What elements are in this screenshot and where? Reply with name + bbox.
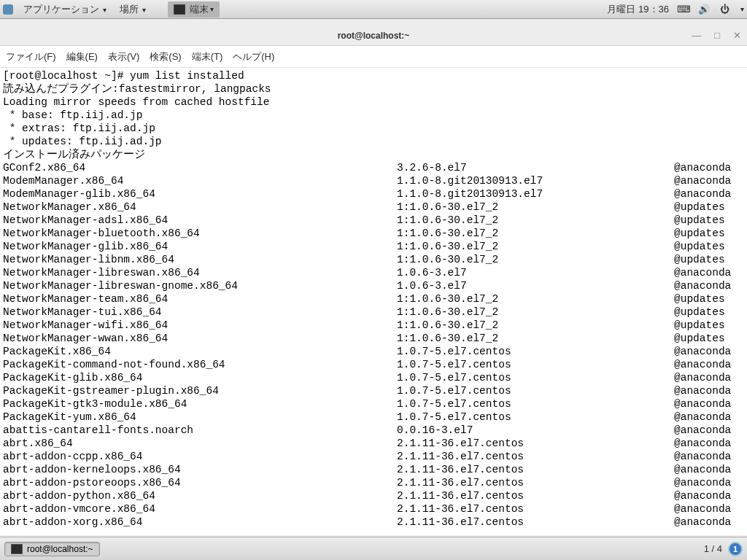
package-row: NetworkManager-tui.x86_641:1.0.6-30.el7_…	[3, 306, 744, 319]
package-row: NetworkManager-libnm.x86_641:1.0.6-30.el…	[3, 253, 744, 266]
package-version: 1.0.7-5.el7.centos	[397, 384, 674, 397]
applications-menu[interactable]: アプリケーション ▾	[18, 1, 112, 18]
package-name: PackageKit-gtk3-module.x86_64	[3, 397, 397, 411]
package-version: 1.0.6-3.el7	[397, 279, 674, 292]
package-repo: @anaconda	[674, 450, 744, 463]
package-row: abrt-addon-python.x86_642.1.11-36.el7.ce…	[3, 489, 744, 502]
package-version: 1.0.7-5.el7.centos	[397, 345, 674, 358]
package-version: 2.1.11-36.el7.centos	[397, 502, 674, 516]
clock[interactable]: 月曜日 19：36	[607, 3, 669, 16]
package-name: abrt-addon-xorg.x86_64	[3, 516, 397, 529]
menu-edit[interactable]: 編集(E)	[66, 50, 98, 63]
package-version: 1.0.7-5.el7.centos	[397, 358, 674, 371]
package-repo: @anaconda	[674, 397, 744, 411]
package-repo: @anaconda	[674, 384, 744, 397]
taskbar-item-terminal[interactable]: root@localhost:~	[4, 542, 100, 556]
power-icon[interactable]: ⏻	[719, 4, 730, 15]
chevron-down-icon: ▾	[101, 6, 107, 14]
package-name: abrt.x86_64	[3, 437, 397, 450]
package-row: NetworkManager-adsl.x86_641:1.0.6-30.el7…	[3, 214, 744, 227]
menu-help[interactable]: ヘルプ(H)	[233, 50, 274, 63]
menubar: ファイル(F) 編集(E) 表示(V) 検索(S) 端末(T) ヘルプ(H)	[0, 46, 747, 68]
package-repo: @anaconda	[674, 437, 744, 450]
package-row: ModemManager-glib.x86_641.1.0-8.git20130…	[3, 187, 744, 201]
package-row: PackageKit-command-not-found.x86_641.0.7…	[3, 358, 744, 371]
terminal-line: Loading mirror speeds from cached hostfi…	[3, 96, 744, 109]
menu-search[interactable]: 検索(S)	[150, 50, 181, 63]
package-repo: @anaconda	[674, 463, 744, 476]
package-row: ModemManager.x86_641.1.0-8.git20130913.e…	[3, 174, 744, 187]
terminal-line: [root@localhost ~]# yum list installed	[3, 69, 744, 82]
package-name: abrt-addon-ccpp.x86_64	[3, 450, 397, 463]
package-row: NetworkManager-libreswan-gnome.x86_641.0…	[3, 279, 744, 292]
package-version: 1:1.0.6-30.el7_2	[397, 332, 674, 345]
package-version: 2.1.11-36.el7.centos	[397, 516, 674, 529]
top-panel: アプリケーション ▾ 場所 ▾ 端末 ▾ 月曜日 19：36 ⌨ 🔊 ⏻ ▾	[0, 0, 747, 19]
package-repo: @anaconda	[674, 358, 744, 371]
package-row: abrt-addon-ccpp.x86_642.1.11-36.el7.cent…	[3, 450, 744, 463]
package-row: PackageKit.x86_641.0.7-5.el7.centos@anac…	[3, 345, 744, 358]
package-repo: @anaconda	[674, 279, 744, 292]
package-version: 1:1.0.6-30.el7_2	[397, 253, 674, 266]
package-repo: @anaconda	[674, 502, 744, 516]
terminal-line: * base: ftp.iij.ad.jp	[3, 109, 744, 122]
package-repo: @anaconda	[674, 174, 744, 187]
package-repo: @anaconda	[674, 371, 744, 384]
menu-view[interactable]: 表示(V)	[108, 50, 139, 63]
package-repo: @anaconda	[674, 161, 744, 174]
package-version: 1:1.0.6-30.el7_2	[397, 306, 674, 319]
menu-file[interactable]: ファイル(F)	[6, 50, 56, 63]
package-row: abrt-addon-kerneloops.x86_642.1.11-36.el…	[3, 463, 744, 476]
package-name: abattis-cantarell-fonts.noarch	[3, 424, 397, 437]
package-name: NetworkManager-libreswan-gnome.x86_64	[3, 279, 397, 292]
package-row: GConf2.x86_643.2.6-8.el7@anaconda	[3, 161, 744, 174]
active-window-label: 端末	[190, 3, 209, 16]
terminal-line: インストール済みパッケージ	[3, 148, 744, 161]
terminal-output[interactable]: [root@localhost ~]# yum list installed読み…	[0, 68, 747, 535]
package-row: abrt-addon-pstoreoops.x86_642.1.11-36.el…	[3, 476, 744, 489]
package-repo: @updates	[674, 201, 744, 214]
menu-terminal[interactable]: 端末(T)	[192, 50, 223, 63]
package-version: 1:1.0.6-30.el7_2	[397, 227, 674, 240]
active-window-indicator[interactable]: 端末 ▾	[168, 1, 220, 18]
package-name: NetworkManager-adsl.x86_64	[3, 214, 397, 227]
package-version: 1.1.0-8.git20130913.el7	[397, 174, 674, 187]
package-name: abrt-addon-vmcore.x86_64	[3, 502, 397, 516]
package-version: 1:1.0.6-30.el7_2	[397, 240, 674, 253]
package-name: PackageKit-gstreamer-plugin.x86_64	[3, 384, 397, 397]
package-row: NetworkManager-bluetooth.x86_641:1.0.6-3…	[3, 227, 744, 240]
package-repo: @updates	[674, 306, 744, 319]
package-name: NetworkManager-team.x86_64	[3, 292, 397, 306]
package-version: 1:1.0.6-30.el7_2	[397, 201, 674, 214]
volume-icon[interactable]: 🔊	[698, 4, 710, 15]
package-row: abrt-addon-vmcore.x86_642.1.11-36.el7.ce…	[3, 502, 744, 516]
package-version: 2.1.11-36.el7.centos	[397, 437, 674, 450]
package-version: 1.1.0-8.git20130913.el7	[397, 187, 674, 201]
package-version: 1.0.7-5.el7.centos	[397, 411, 674, 424]
package-row: NetworkManager-team.x86_641:1.0.6-30.el7…	[3, 292, 744, 306]
package-name: NetworkManager-glib.x86_64	[3, 240, 397, 253]
package-row: NetworkManager-libreswan.x86_641.0.6-3.e…	[3, 266, 744, 279]
close-button[interactable]: ✕	[733, 30, 741, 41]
minimize-button[interactable]: —	[692, 30, 701, 41]
workspace-switcher[interactable]: 1	[728, 542, 743, 556]
window-title: root@localhost:~	[338, 31, 410, 41]
chevron-down-icon: ▾	[210, 5, 214, 13]
package-name: GConf2.x86_64	[3, 161, 397, 174]
package-version: 1:1.0.6-30.el7_2	[397, 214, 674, 227]
chevron-down-icon: ▾	[140, 6, 146, 14]
package-name: ModemManager-glib.x86_64	[3, 187, 397, 201]
maximize-button[interactable]: □	[714, 30, 720, 41]
package-row: PackageKit-gtk3-module.x86_641.0.7-5.el7…	[3, 397, 744, 411]
keyboard-icon[interactable]: ⌨	[678, 4, 689, 15]
package-name: PackageKit-yum.x86_64	[3, 411, 397, 424]
package-row: NetworkManager-wwan.x86_641:1.0.6-30.el7…	[3, 332, 744, 345]
package-name: NetworkManager-tui.x86_64	[3, 306, 397, 319]
package-name: abrt-addon-python.x86_64	[3, 489, 397, 502]
package-row: PackageKit-gstreamer-plugin.x86_641.0.7-…	[3, 384, 744, 397]
places-menu[interactable]: 場所 ▾	[114, 1, 152, 18]
package-version: 2.1.11-36.el7.centos	[397, 463, 674, 476]
package-name: abrt-addon-kerneloops.x86_64	[3, 463, 397, 476]
package-name: ModemManager.x86_64	[3, 174, 397, 187]
titlebar[interactable]: root@localhost:~ — □ ✕	[0, 26, 747, 46]
